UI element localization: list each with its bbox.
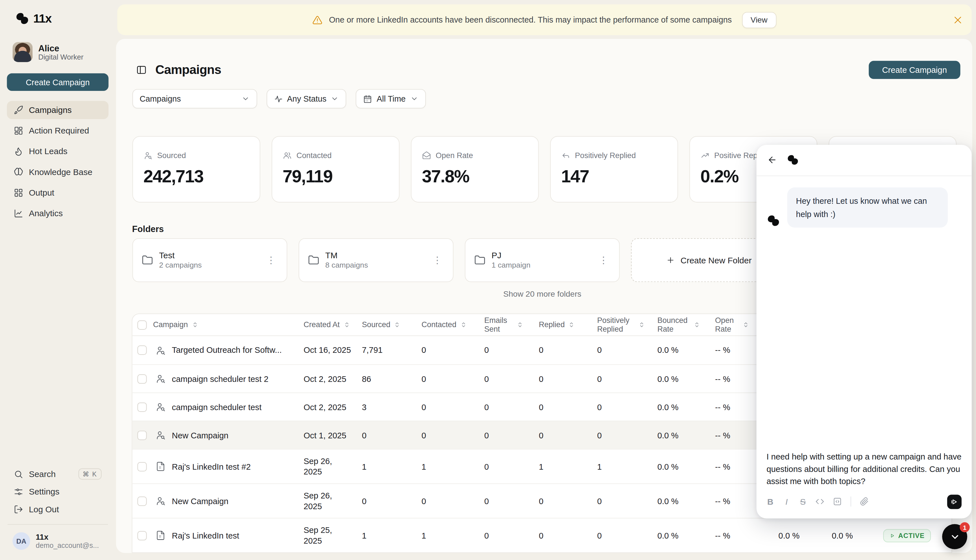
sidebar-item-hot-leads[interactable]: Hot Leads — [7, 142, 108, 160]
cell-value: 1 — [597, 462, 657, 471]
trend-icon — [701, 151, 709, 160]
chat-input[interactable]: I need help with setting up a new campai… — [766, 451, 962, 487]
back-icon[interactable] — [767, 155, 777, 165]
bold-button[interactable]: B — [766, 497, 774, 506]
cell-value: 0 — [597, 402, 657, 412]
sidebar-item-log-out[interactable]: Log Out — [7, 500, 108, 518]
campaign-name: New Campaign — [172, 496, 229, 505]
chat-launcher-button[interactable]: 1 — [942, 524, 967, 549]
row-checkbox[interactable] — [137, 430, 147, 440]
filter-any-status[interactable]: Any Status — [266, 89, 347, 108]
cell-value: 0.0 % — [657, 462, 715, 471]
dash-icon — [14, 126, 23, 135]
folder-menu-icon[interactable]: ⋮ — [430, 253, 445, 267]
stat-label: Sourced — [157, 151, 186, 160]
plus-icon — [666, 256, 675, 265]
folders-row: Test2 campaigns⋮TM8 campaigns⋮PJ1 campai… — [132, 238, 786, 282]
code-button[interactable] — [815, 497, 824, 506]
account-email: demo_account@s... — [36, 542, 99, 550]
cell-value: 0.0 % — [657, 402, 715, 412]
column-label: Created At — [304, 320, 340, 329]
sidebar-item-label: Search — [29, 469, 56, 479]
folder-card-tm[interactable]: TM8 campaigns⋮ — [298, 238, 453, 282]
row-checkbox[interactable] — [137, 462, 147, 471]
sidebar-item-label: Analytics — [29, 209, 63, 218]
column-header-contacted[interactable]: Contacted — [422, 320, 484, 329]
column-header-emails-sent[interactable]: Emails Sent — [484, 316, 539, 333]
row-checkbox[interactable] — [137, 531, 147, 540]
column-label: Emails Sent — [484, 316, 513, 333]
folder-menu-icon[interactable]: ⋮ — [263, 253, 279, 267]
rocket-icon — [14, 105, 23, 115]
cell-value: 0 — [539, 496, 597, 505]
folder-icon — [308, 255, 319, 266]
profile[interactable]: Alice Digital Worker — [12, 42, 108, 62]
cell-value: 0 — [597, 496, 657, 505]
code-block-button[interactable] — [833, 497, 842, 506]
filter-campaigns[interactable]: Campaigns — [132, 89, 257, 108]
attach-button[interactable] — [860, 497, 869, 506]
sidebar-item-search[interactable]: Search⌘ K — [7, 465, 108, 483]
column-header-sourced[interactable]: Sourced — [362, 320, 422, 329]
users-icon — [283, 151, 292, 160]
column-header-positively-replied[interactable]: Positively Replied — [597, 316, 657, 333]
cell-value: 86 — [362, 374, 422, 383]
stat-value: 37.8% — [422, 167, 527, 187]
create-campaign-button-sidebar[interactable]: Create Campaign — [7, 73, 108, 91]
cell-value: 0 — [597, 374, 657, 383]
folder-card-pj[interactable]: PJ1 campaign⋮ — [465, 238, 620, 282]
cell-value: -- % — [715, 531, 778, 540]
cell-value: 0 — [362, 430, 422, 440]
sidebar-toggle-icon[interactable] — [136, 65, 147, 75]
sidebar-item-label: Output — [29, 188, 54, 197]
keyboard-shortcut: ⌘ K — [78, 468, 102, 480]
strikethrough-button[interactable]: S — [799, 497, 807, 506]
column-header-replied[interactable]: Replied — [539, 320, 597, 329]
folder-menu-icon[interactable]: ⋮ — [596, 253, 611, 267]
divider — [851, 497, 851, 507]
sidebar-item-analytics[interactable]: Analytics — [7, 204, 108, 222]
view-button[interactable]: View — [742, 12, 776, 28]
close-icon[interactable] — [953, 15, 963, 25]
notification-badge: 1 — [959, 522, 970, 532]
cell-value: 0 — [539, 374, 597, 383]
folder-card-test[interactable]: Test2 campaigns⋮ — [132, 238, 287, 282]
column-label: Positively Replied — [597, 316, 634, 333]
row-checkbox[interactable] — [137, 374, 147, 383]
user-search-icon — [155, 374, 166, 384]
create-campaign-button[interactable]: Create Campaign — [869, 61, 960, 79]
account-switcher[interactable]: DA 11x demo_account@s... — [12, 532, 108, 550]
campaign-name: Targeted Outreach for Softw... — [172, 345, 282, 355]
send-button[interactable] — [947, 494, 962, 508]
code-icon — [815, 497, 824, 506]
sidebar-item-output[interactable]: Output — [7, 184, 108, 202]
row-checkbox[interactable] — [137, 402, 147, 412]
cell-value: 0.0 % — [657, 374, 715, 383]
column-header-campaign[interactable]: Campaign — [153, 320, 304, 329]
sort-icon — [638, 321, 646, 328]
table-row[interactable]: Raj's LinkedIn testSep 25, 2025110000.0 … — [132, 518, 952, 552]
sidebar-item-knowledge-base[interactable]: Knowledge Base — [7, 163, 108, 181]
cell-value: 0 — [539, 402, 597, 412]
filter-all-time[interactable]: All Time — [356, 89, 425, 108]
italic-button[interactable]: I — [783, 497, 791, 506]
column-label: Sourced — [362, 320, 390, 329]
column-header-bounced-rate[interactable]: Bounced Rate — [657, 316, 715, 333]
campaign-name: campaign scheduler test 2 — [172, 374, 269, 383]
cell-value: 0 — [539, 430, 597, 440]
row-checkbox[interactable] — [137, 345, 147, 355]
column-label: Open Rate — [715, 316, 739, 333]
create-folder-label: Create New Folder — [681, 255, 752, 265]
filter-label: All Time — [377, 94, 406, 103]
column-header-created-at[interactable]: Created At — [304, 320, 362, 329]
cell-value: 1 — [362, 462, 422, 471]
row-checkbox[interactable] — [137, 496, 147, 505]
chat-message: Hey there! Let us know what we can help … — [766, 187, 962, 227]
stat-label: Open Rate — [436, 151, 473, 160]
sidebar-item-settings[interactable]: Settings — [7, 483, 108, 500]
select-all-checkbox[interactable] — [137, 320, 147, 329]
sidebar-item-action-required[interactable]: Action Required — [7, 122, 108, 140]
chevdown-icon — [410, 95, 418, 103]
sidebar-item-campaigns[interactable]: Campaigns — [7, 101, 108, 119]
created-at: Sep 25, 2025 — [304, 525, 340, 547]
